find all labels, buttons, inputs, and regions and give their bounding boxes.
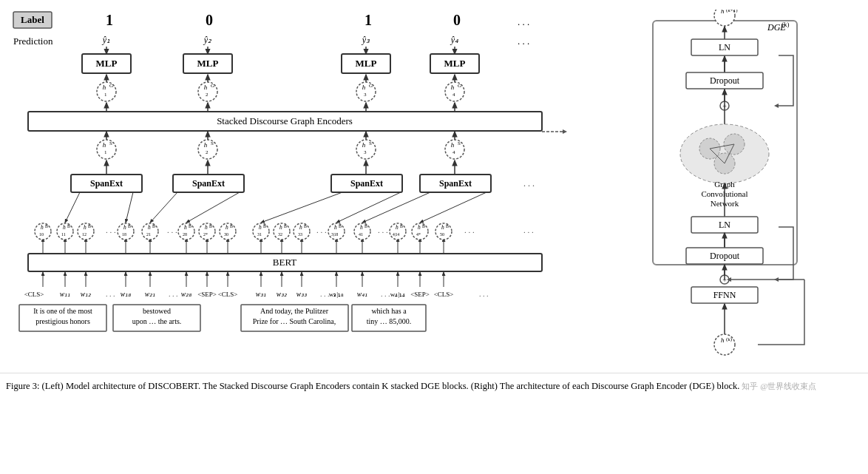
svg-text:B: B	[209, 224, 212, 228]
svg-text:h: h	[299, 224, 302, 231]
svg-text:h: h	[63, 224, 66, 231]
svg-text:11: 11	[61, 232, 66, 237]
svg-text:w₂₁: w₂₁	[145, 291, 155, 298]
svg-text:h: h	[721, 10, 725, 15]
ln-top: LN	[719, 42, 730, 53]
svg-text:w₄|₁₄: w₄|₁₄	[390, 291, 405, 298]
diagram-area: Label 1 0 1 0 . . . Prediction ŷ₁ ŷ₂ ŷ₃ …	[0, 0, 868, 371]
page-container: Label 1 0 1 0 . . . Prediction ŷ₁ ŷ₂ ŷ₃ …	[0, 0, 868, 396]
svg-text:4|14: 4|14	[393, 232, 400, 237]
svg-text:h: h	[362, 141, 366, 149]
svg-text:4: 4	[452, 92, 455, 98]
svg-text:G: G	[458, 83, 461, 89]
svg-text:h: h	[226, 224, 228, 231]
svg-text:w₁₁: w₁₁	[60, 291, 70, 298]
watermark-text: 知乎 @世界线收束点	[742, 382, 816, 390]
svg-text:18: 18	[122, 232, 126, 237]
svg-text:h: h	[418, 224, 421, 231]
svg-text:B: B	[88, 224, 91, 228]
svg-text:B: B	[400, 224, 403, 228]
mlp-1: MLP	[96, 58, 118, 69]
svg-text:w₃₂: w₃₂	[277, 291, 288, 298]
svg-text:h: h	[451, 141, 455, 149]
svg-text:S: S	[458, 140, 461, 146]
svg-text:33: 33	[298, 232, 302, 237]
svg-text:B: B	[128, 224, 131, 228]
dropout-bottom: Dropout	[710, 251, 740, 261]
mlp-2: MLP	[197, 58, 219, 69]
svg-text:3: 3	[364, 149, 367, 155]
svg-text:(k): (k)	[726, 336, 733, 342]
svg-text:. . .: . . .	[106, 226, 116, 234]
svg-text:w₁₂: w₁₂	[81, 291, 92, 298]
svg-text:Prize for … South Carolina,: Prize for … South Carolina,	[253, 317, 336, 325]
dropout-top: Dropout	[710, 75, 740, 86]
svg-text:B: B	[422, 224, 425, 228]
svg-text:w₄₁: w₄₁	[357, 291, 367, 298]
svg-text:. . .: . . .	[523, 226, 534, 234]
label-val-1: 1	[106, 12, 113, 28]
spanext-2: SpanExt	[192, 178, 225, 189]
svg-text:2: 2	[206, 92, 208, 98]
svg-text:<SEP>: <SEP>	[197, 291, 217, 298]
svg-text:12: 12	[82, 232, 87, 237]
bert-box: BERT	[273, 257, 297, 268]
svg-text:32: 32	[278, 232, 282, 237]
spanext-3: SpanExt	[350, 178, 383, 189]
svg-text:w₃₁: w₃₁	[256, 291, 266, 298]
svg-text:30: 30	[224, 232, 228, 237]
spanext-4: SpanExt	[439, 178, 472, 189]
svg-text:. . .: . . .	[320, 290, 330, 298]
svg-text:w₁₈: w₁₈	[121, 291, 132, 298]
svg-text:h: h	[103, 84, 106, 91]
svg-text:w₃|₁₈: w₃|₁₈	[329, 291, 344, 298]
svg-text:w₃₃: w₃₃	[296, 291, 308, 298]
svg-text:h: h	[451, 84, 455, 91]
svg-text:tiny … 85,000.: tiny … 85,000.	[367, 317, 412, 325]
svg-text:<CLS>: <CLS>	[24, 291, 44, 298]
svg-text:28: 28	[183, 232, 187, 237]
svg-text:w₂₈: w₂₈	[181, 291, 192, 298]
svg-text:G: G	[109, 83, 113, 89]
svg-text:B: B	[284, 224, 287, 228]
figure-caption: Figure 3: (Left) Model architecture of D…	[0, 373, 868, 396]
left-panel: Label 1 0 1 0 . . . Prediction ŷ₁ ŷ₂ ŷ₃ …	[6, 6, 627, 371]
svg-text:2*: 2*	[203, 232, 208, 237]
svg-line-204	[362, 192, 430, 223]
svg-text:which has a: which has a	[371, 307, 407, 315]
svg-line-202	[261, 192, 342, 223]
svg-line-198	[65, 192, 80, 223]
label-val-3: 1	[365, 12, 372, 28]
svg-text:h: h	[41, 224, 44, 231]
label-text: Label	[21, 14, 44, 25]
svg-text:h: h	[84, 224, 87, 231]
svg-text:B: B	[189, 224, 191, 228]
svg-text:2: 2	[206, 149, 208, 155]
svg-text:4: 4	[452, 149, 455, 155]
svg-text:(k+1): (k+1)	[726, 10, 738, 13]
label-val-4: 0	[453, 12, 461, 28]
svg-text:(k): (k)	[781, 21, 790, 28]
right-panel: DGE (k) h (k+1) LN +	[631, 10, 838, 371]
svg-text:. . .: . . .	[169, 290, 178, 298]
svg-line-199	[126, 192, 133, 223]
svg-text:G: G	[211, 83, 214, 89]
svg-text:. . .: . . .	[378, 226, 388, 234]
svg-text:<CLS>: <CLS>	[218, 291, 238, 298]
mlp-3: MLP	[356, 58, 377, 69]
svg-text:B: B	[304, 224, 307, 228]
svg-text:B: B	[45, 224, 48, 228]
svg-text:. . .: . . .	[316, 226, 327, 234]
svg-text:. . .: . . .	[167, 226, 177, 234]
ffnn-box: FFNN	[713, 290, 736, 300]
svg-text:. . .: . . .	[381, 290, 390, 298]
svg-text:It is one of the most: It is one of the most	[33, 307, 92, 315]
prediction-label: Prediction	[13, 35, 53, 47]
pred-val-1: ŷ₁	[102, 35, 110, 45]
pred-val-3: ŷ₃	[362, 35, 370, 45]
svg-line-205	[420, 192, 486, 223]
svg-text:. . .: . . .	[479, 290, 489, 298]
mlp-4: MLP	[444, 58, 466, 69]
svg-text:G: G	[369, 83, 373, 89]
svg-text:3: 3	[364, 92, 367, 98]
